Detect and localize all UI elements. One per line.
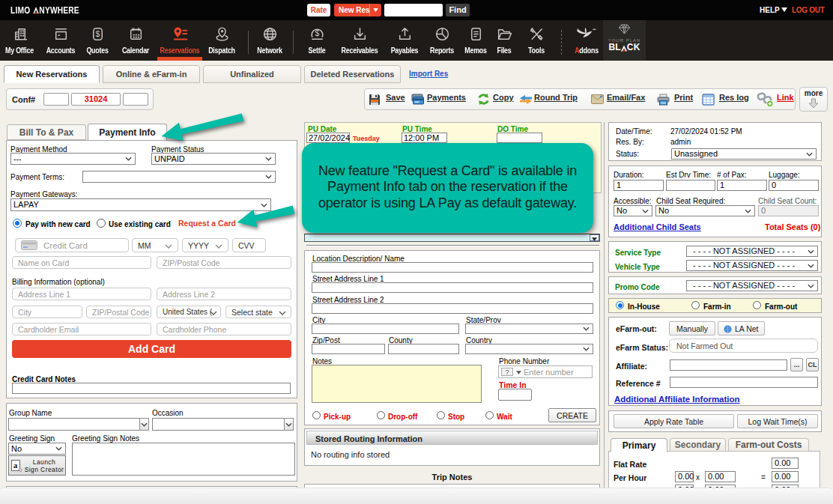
svg-text:$: $ bbox=[315, 29, 319, 37]
svg-text:$: $ bbox=[95, 30, 100, 38]
svg-text:a: a bbox=[13, 461, 18, 470]
